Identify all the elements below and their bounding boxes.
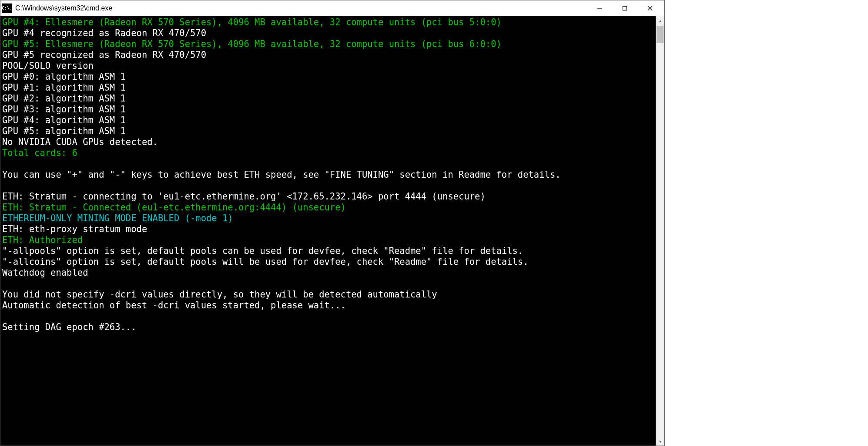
terminal-line: ETH: Stratum - Connected (eu1-etc.etherm…: [2, 202, 654, 213]
scrollbar[interactable]: ▴ ▾: [656, 16, 664, 446]
maximize-button[interactable]: [612, 0, 637, 16]
terminal-line: [2, 278, 654, 289]
maximize-icon: [622, 5, 628, 11]
terminal-line: Watchdog enabled: [2, 267, 654, 278]
terminal-line: GPU #4: Ellesmere (Radeon RX 570 Series)…: [2, 17, 654, 28]
minimize-button[interactable]: [587, 0, 612, 16]
terminal-line: [2, 311, 654, 322]
terminal-line: No NVIDIA CUDA GPUs detected.: [2, 137, 654, 148]
cmd-window: C:\. C:\Windows\system32\cmd.exe GPU #4:…: [0, 0, 665, 446]
close-icon: [647, 5, 653, 11]
terminal-line: GPU #3: algorithm ASM 1: [2, 104, 654, 115]
terminal-line: GPU #2: algorithm ASM 1: [2, 93, 654, 104]
terminal-line: GPU #0: algorithm ASM 1: [2, 71, 654, 82]
scroll-thumb[interactable]: [657, 26, 664, 43]
terminal-line: GPU #5: algorithm ASM 1: [2, 126, 654, 137]
terminal-line: ETH: eth-proxy stratum mode: [2, 224, 654, 235]
titlebar[interactable]: C:\. C:\Windows\system32\cmd.exe: [0, 0, 664, 16]
terminal-line: GPU #4 recognized as Radeon RX 470/570: [2, 28, 654, 39]
terminal-line: POOL/SOLO version: [2, 61, 654, 71]
window-title: C:\Windows\system32\cmd.exe: [15, 4, 587, 12]
terminal-line: GPU #1: algorithm ASM 1: [2, 82, 654, 93]
scroll-track[interactable]: [656, 25, 664, 437]
scroll-up-arrow-icon[interactable]: ▴: [656, 16, 664, 25]
terminal-line: Total cards: 6: [2, 148, 654, 159]
terminal-line: [2, 180, 654, 191]
terminal-line: You can use "+" and "-" keys to achieve …: [2, 169, 654, 180]
terminal-line: "-allcoins" option is set, default pools…: [2, 257, 654, 267]
scroll-down-arrow-icon[interactable]: ▾: [656, 437, 664, 446]
terminal-area: GPU #4: Ellesmere (Radeon RX 570 Series)…: [0, 16, 664, 446]
terminal-line: GPU #5 recognized as Radeon RX 470/570: [2, 50, 654, 61]
terminal-line: [2, 159, 654, 169]
cmd-icon: C:\.: [2, 3, 12, 13]
terminal-line: GPU #5: Ellesmere (Radeon RX 570 Series)…: [2, 39, 654, 50]
terminal-line: ETH: Authorized: [2, 235, 654, 246]
terminal-line: ETHEREUM-ONLY MINING MODE ENABLED (-mode…: [2, 213, 654, 224]
window-controls: [587, 0, 663, 16]
svg-rect-1: [623, 6, 627, 10]
terminal-line: Setting DAG epoch #263...: [2, 322, 654, 333]
close-button[interactable]: [637, 0, 663, 16]
terminal-line: ETH: Stratum - connecting to 'eu1-etc.et…: [2, 191, 654, 202]
terminal-line: You did not specify -dcri values directl…: [2, 289, 654, 300]
terminal-output[interactable]: GPU #4: Ellesmere (Radeon RX 570 Series)…: [0, 16, 656, 446]
terminal-line: GPU #4: algorithm ASM 1: [2, 115, 654, 126]
terminal-line: Automatic detection of best -dcri values…: [2, 300, 654, 311]
terminal-line: "-allpools" option is set, default pools…: [2, 246, 654, 257]
minimize-icon: [597, 5, 603, 11]
